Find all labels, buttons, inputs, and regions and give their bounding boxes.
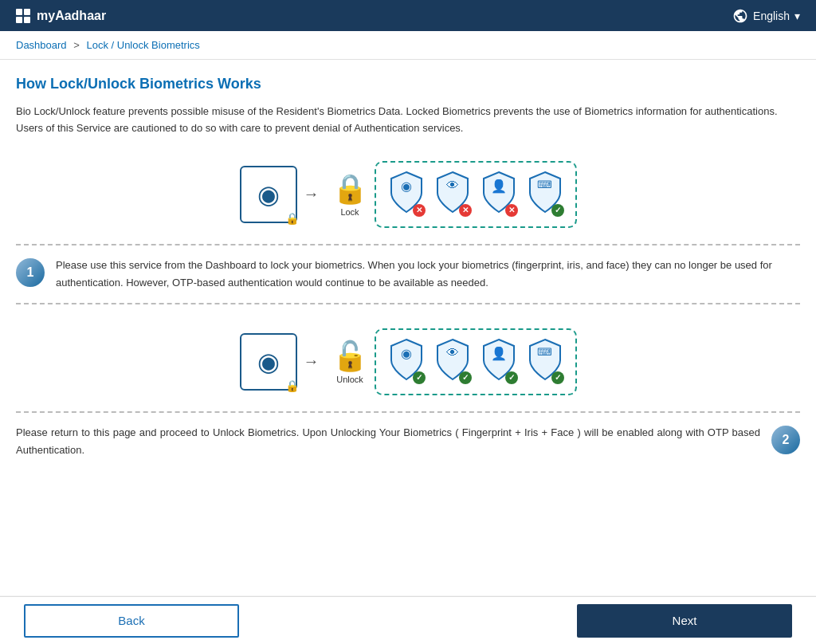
fingerprint-icon: ◉ <box>257 179 280 210</box>
shield-iris-cross-badge: ✕ <box>459 204 472 217</box>
lock-diagram-section: ◉ 🔒 → 🔒 Lock ◉ ✕ <box>16 153 800 236</box>
shield-fingerprint: ◉ ✕ <box>386 171 427 218</box>
breadcrumb: Dashboard > Lock / Unlock Biometrics <box>0 31 816 60</box>
language-label: English <box>753 10 790 22</box>
next-button[interactable]: Next <box>577 604 792 638</box>
shield-face-check-badge: ✓ <box>505 371 518 384</box>
breadcrumb-current: Lock / Unlock Biometrics <box>86 39 199 51</box>
globe-icon <box>732 8 748 24</box>
footer: Back Next <box>0 596 816 644</box>
app-header: myAadhaar English ▾ <box>0 0 816 31</box>
step1-text: Please use this service from the Dashboa… <box>56 257 800 292</box>
fingerprint-lock-input: ◉ 🔒 <box>240 166 297 223</box>
step1-circle: 1 <box>16 258 45 287</box>
fingerprint-unlock-input: ◉ 🔒 <box>240 333 297 391</box>
arrow-unlock-icon: → <box>304 352 320 371</box>
unlock-diagram-row: ◉ 🔒 → 🔓 Unlock ◉ ✓ <box>16 320 800 403</box>
shield-iris-unlocked-icon: 👁 <box>446 346 459 360</box>
language-selector[interactable]: English ▾ <box>732 8 800 24</box>
app-logo: myAadhaar <box>16 9 106 23</box>
shield-iris-check-badge: ✓ <box>459 371 472 384</box>
shield-fingerprint-unlocked: ◉ ✓ <box>386 338 427 386</box>
shield-group-locked: ◉ ✕ 👁 ✕ 👤 ✕ <box>375 161 577 228</box>
shield-otp-icon: ⌨ <box>537 179 552 190</box>
arrow-icon: → <box>304 185 320 203</box>
shield-face-icon: 👤 <box>491 179 507 194</box>
shield-face-cross-badge: ✕ <box>505 204 518 217</box>
shield-iris: 👁 ✕ <box>432 171 473 218</box>
shield-iris-unlocked: 👁 ✓ <box>432 338 473 386</box>
unlock-label: Unlock <box>336 375 363 384</box>
unlock-small-icon: 🔒 <box>285 379 299 392</box>
lock-diagram-row: ◉ 🔒 → 🔒 Lock ◉ ✕ <box>16 153 800 236</box>
shield-fingerprint-icon: ◉ <box>401 179 412 194</box>
unlock-icon-container: 🔓 Unlock <box>332 340 368 384</box>
lock-small-icon: 🔒 <box>285 212 299 225</box>
logo-icon <box>16 9 30 23</box>
page-description: Bio Lock/Unlock feature prevents possibl… <box>16 104 800 137</box>
shield-face: 👤 ✕ <box>478 171 520 218</box>
language-chevron: ▾ <box>794 10 800 22</box>
breadcrumb-parent[interactable]: Dashboard <box>16 39 67 51</box>
shield-otp-unlocked-check-badge: ✓ <box>551 371 564 384</box>
main-content: How Lock/Unlock Biometrics Works Bio Loc… <box>0 60 816 595</box>
lock-icon-container: 🔒 Lock <box>332 172 368 217</box>
fingerprint-unlock-icon: ◉ <box>257 347 280 377</box>
shield-iris-icon: 👁 <box>446 179 459 193</box>
unlock-diagram-section: ◉ 🔒 → 🔓 Unlock ◉ ✓ <box>16 320 800 403</box>
unlock-big-icon: 🔓 <box>332 340 368 373</box>
lock-big-icon: 🔒 <box>332 172 368 206</box>
step2-circle: 2 <box>771 426 800 454</box>
shield-otp: ⌨ ✓ <box>524 171 566 218</box>
step1-section: 1 Please use this service from the Dashb… <box>16 244 800 304</box>
breadcrumb-separator: > <box>73 39 80 51</box>
page-title: How Lock/Unlock Biometrics Works <box>16 76 800 92</box>
lock-label: Lock <box>340 207 359 217</box>
step2-text: Please return to this page and proceed t… <box>16 424 760 459</box>
shield-face-unlocked-icon: 👤 <box>491 346 507 361</box>
shield-otp-unlocked-icon: ⌨ <box>537 346 552 358</box>
shield-face-unlocked: 👤 ✓ <box>478 338 520 386</box>
shield-otp-check-badge: ✓ <box>551 204 564 217</box>
back-button[interactable]: Back <box>24 604 239 638</box>
shield-fp-unlocked-icon: ◉ <box>401 346 412 361</box>
step2-section: 2 Please return to this page and proceed… <box>16 411 800 459</box>
shield-group-unlocked: ◉ ✓ 👁 ✓ 👤 ✓ <box>375 328 577 395</box>
shield-otp-unlocked: ⌨ ✓ <box>524 338 566 386</box>
app-name: myAadhaar <box>37 9 106 23</box>
shield-cross-badge: ✕ <box>413 204 426 217</box>
shield-fp-check-badge: ✓ <box>413 371 426 384</box>
